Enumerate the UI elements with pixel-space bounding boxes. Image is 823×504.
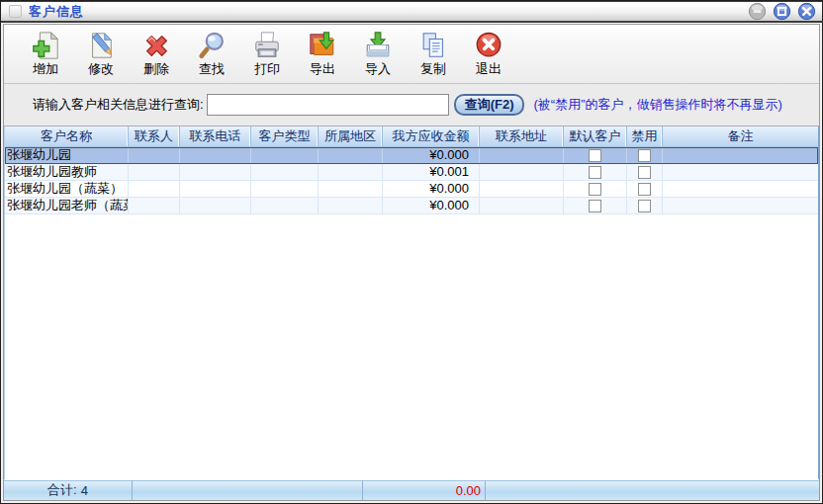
column-header-contact_person[interactable]: 联系人 bbox=[129, 126, 180, 146]
title-bar: 客户信息 bbox=[1, 1, 822, 23]
cell-customer_name: 张堰幼儿园老师（蔬菜 bbox=[5, 198, 129, 214]
cell-region bbox=[319, 164, 383, 181]
search-input[interactable] bbox=[207, 94, 449, 116]
import-button[interactable]: 导入 bbox=[350, 28, 406, 81]
minimize-button[interactable] bbox=[748, 2, 767, 21]
default-customer-checkbox[interactable] bbox=[589, 149, 601, 162]
cell-contact_person bbox=[129, 164, 180, 181]
default-customer-checkbox[interactable] bbox=[589, 183, 601, 196]
table-row[interactable]: 张堰幼儿园¥0.000 bbox=[5, 147, 818, 164]
cell-customer_type bbox=[251, 198, 319, 214]
cell-default_customer bbox=[564, 181, 627, 198]
cell-address bbox=[480, 164, 564, 181]
status-total: 合计: 4 bbox=[4, 480, 133, 500]
table-row[interactable]: 张堰幼儿园教师¥0.001 bbox=[5, 164, 818, 181]
column-header-contact_phone[interactable]: 联系电话 bbox=[180, 126, 251, 146]
import-button-label: 导入 bbox=[365, 62, 391, 76]
cell-address bbox=[480, 147, 564, 164]
edit-document-icon bbox=[86, 30, 116, 61]
edit-button-label: 修改 bbox=[88, 62, 114, 76]
export-button-label: 导出 bbox=[310, 62, 335, 76]
cell-customer_name: 张堰幼儿园 bbox=[5, 147, 129, 164]
column-header-customer_type[interactable]: 客户类型 bbox=[251, 126, 319, 146]
find-button-label: 查找 bbox=[199, 62, 225, 76]
customer-table: 客户名称联系人联系电话客户类型所属地区我方应收金额联系地址默认客户禁用备注 张堰… bbox=[4, 126, 819, 479]
query-button[interactable]: 查询(F2) bbox=[454, 94, 525, 116]
find-button[interactable]: 查找 bbox=[184, 28, 239, 81]
cell-contact_phone bbox=[180, 147, 251, 164]
table-row[interactable]: 张堰幼儿园（蔬菜）¥0.000 bbox=[5, 181, 818, 198]
window-title: 客户信息 bbox=[29, 3, 84, 21]
exit-button[interactable]: 退出 bbox=[461, 28, 516, 81]
cell-customer_type bbox=[251, 164, 319, 181]
cell-address bbox=[480, 198, 564, 214]
disabled-checkbox[interactable] bbox=[638, 149, 651, 162]
export-button[interactable]: 导出 bbox=[295, 28, 350, 81]
cell-default_customer bbox=[564, 147, 627, 164]
copy-button-label: 复制 bbox=[420, 62, 446, 76]
copy-button[interactable]: 复制 bbox=[406, 28, 461, 81]
total-row-count: 4 bbox=[81, 483, 88, 498]
window-inner: 增加 修改 删除 bbox=[3, 24, 820, 501]
cell-contact_person bbox=[129, 198, 180, 214]
cell-remark bbox=[663, 164, 818, 181]
toolbar: 增加 修改 删除 bbox=[4, 25, 819, 84]
cell-receivable_amount: ¥0.001 bbox=[383, 164, 480, 181]
disabled-checkbox[interactable] bbox=[638, 183, 651, 196]
add-button[interactable]: 增加 bbox=[18, 28, 73, 81]
exit-icon bbox=[474, 30, 503, 61]
cell-contact_person bbox=[129, 147, 180, 164]
search-label: 请输入客户相关信息进行查询: bbox=[33, 96, 204, 114]
print-button[interactable]: 打印 bbox=[239, 28, 295, 81]
cell-remark bbox=[663, 181, 818, 198]
exit-button-label: 退出 bbox=[476, 62, 502, 76]
table-header-row: 客户名称联系人联系电话客户类型所属地区我方应收金额联系地址默认客户禁用备注 bbox=[5, 126, 818, 147]
default-customer-checkbox[interactable] bbox=[589, 166, 601, 179]
cell-disabled bbox=[627, 164, 663, 181]
cell-region bbox=[319, 198, 383, 214]
cell-disabled bbox=[627, 147, 663, 164]
cell-customer_type bbox=[251, 147, 319, 164]
cell-customer_name: 张堰幼儿园教师 bbox=[5, 164, 129, 181]
delete-x-icon bbox=[141, 30, 171, 61]
status-right-spacer bbox=[486, 480, 819, 500]
total-label: 合计: bbox=[47, 481, 77, 499]
cell-receivable_amount: ¥0.000 bbox=[383, 147, 480, 164]
window-chrome: 增加 修改 删除 bbox=[1, 23, 822, 503]
cell-receivable_amount: ¥0.000 bbox=[383, 198, 480, 214]
cell-contact_phone bbox=[180, 198, 251, 214]
cell-default_customer bbox=[564, 164, 627, 181]
column-header-customer_name[interactable]: 客户名称 bbox=[5, 126, 129, 146]
column-header-region[interactable]: 所属地区 bbox=[319, 126, 383, 146]
edit-button[interactable]: 修改 bbox=[73, 28, 129, 81]
disabled-checkbox[interactable] bbox=[638, 200, 651, 212]
status-bar: 合计: 4 0.00 bbox=[4, 479, 819, 500]
cell-customer_name: 张堰幼儿园（蔬菜） bbox=[5, 181, 129, 198]
search-icon bbox=[197, 30, 227, 61]
disabled-checkbox[interactable] bbox=[638, 166, 651, 179]
cell-contact_phone bbox=[180, 164, 251, 181]
cell-customer_type bbox=[251, 181, 319, 198]
default-customer-checkbox[interactable] bbox=[589, 200, 601, 212]
close-button[interactable] bbox=[797, 2, 816, 21]
disabled-customer-note: (被“禁用”的客户，做销售操作时将不再显示) bbox=[533, 96, 781, 114]
printer-icon bbox=[252, 30, 282, 61]
add-document-icon bbox=[31, 30, 60, 61]
window-controls bbox=[748, 2, 816, 21]
status-spacer bbox=[133, 480, 363, 500]
cell-contact_phone bbox=[180, 181, 251, 198]
cell-remark bbox=[663, 198, 818, 214]
column-header-default_customer[interactable]: 默认客户 bbox=[564, 126, 627, 146]
cell-address bbox=[480, 181, 564, 198]
cell-remark bbox=[663, 147, 818, 164]
column-header-disabled[interactable]: 禁用 bbox=[627, 126, 663, 146]
column-header-receivable_amount[interactable]: 我方应收金额 bbox=[383, 126, 480, 146]
table-row[interactable]: 张堰幼儿园老师（蔬菜¥0.000 bbox=[5, 198, 818, 214]
cell-disabled bbox=[627, 198, 663, 214]
delete-button[interactable]: 删除 bbox=[129, 28, 184, 81]
maximize-button[interactable] bbox=[773, 2, 791, 21]
column-header-remark[interactable]: 备注 bbox=[663, 126, 818, 146]
column-header-address[interactable]: 联系地址 bbox=[480, 126, 564, 146]
cell-region bbox=[319, 181, 383, 198]
cell-disabled bbox=[627, 181, 663, 198]
